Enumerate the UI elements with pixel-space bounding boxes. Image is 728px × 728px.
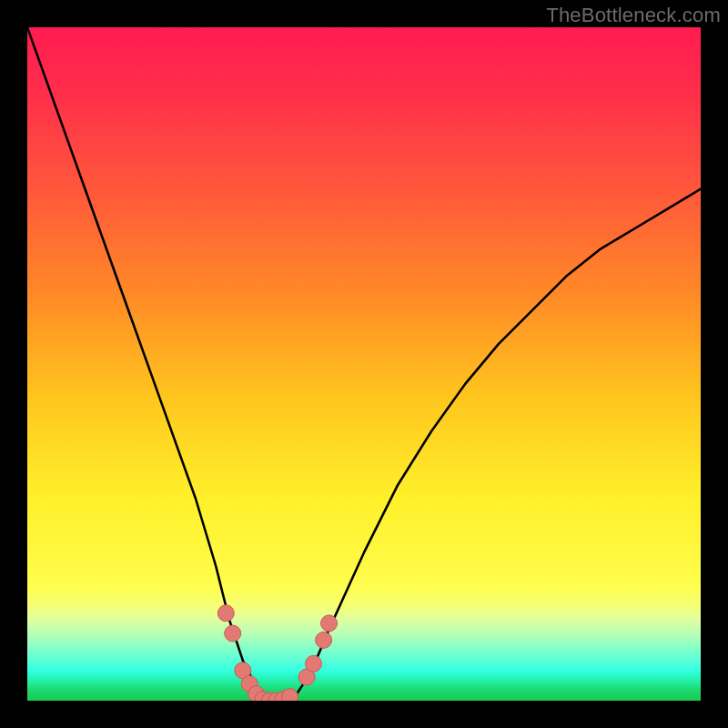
curve-layer bbox=[27, 27, 701, 701]
trough-marker bbox=[306, 655, 322, 672]
trough-marker bbox=[321, 615, 338, 632]
trough-marker bbox=[316, 632, 332, 648]
trough-marker bbox=[225, 625, 241, 642]
trough-marker bbox=[217, 605, 234, 622]
watermark-text: TheBottleneck.com bbox=[546, 4, 721, 27]
plot-area bbox=[27, 27, 701, 701]
chart-stage: TheBottleneck.com bbox=[0, 0, 728, 728]
bottleneck-curve bbox=[27, 27, 701, 701]
trough-marker bbox=[282, 689, 298, 701]
